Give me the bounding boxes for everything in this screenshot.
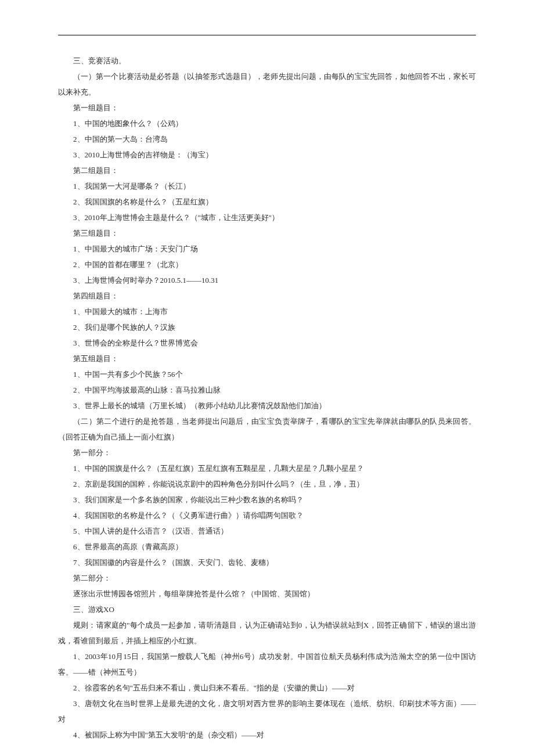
text-line: 逐张出示世博园各馆照片，每组举牌抢答是什么馆？（中国馆、英国馆） bbox=[58, 586, 476, 602]
text-line: 2、我们是哪个民族的人？汉族 bbox=[58, 319, 476, 335]
text-line: 第一部分： bbox=[58, 445, 476, 460]
text-line: 1、中国的国旗是什么？（五星红旗）五星红旗有五颗星星，几颗大星星？几颗小星星？ bbox=[58, 460, 476, 476]
document-page: 三、竞赛活动。（一）第一个比赛活动是必答题（以抽签形式选题目），老师先提出问题，… bbox=[0, 0, 534, 756]
text-line: 2、中国的首都在哪里？（北京） bbox=[58, 257, 476, 272]
text-line: 第五组题目： bbox=[58, 351, 476, 366]
text-line: 3、2010年上海世博会主题是什么？（"城市，让生活更美好"） bbox=[58, 210, 476, 225]
text-line: 第二组题目： bbox=[58, 163, 476, 178]
text-line: 1、我国第一大河是哪条？（长江） bbox=[58, 178, 476, 194]
text-line: 4、被国际上称为中国"第五大发明"的是（杂交稻）——对 bbox=[58, 727, 476, 743]
text-line: 3、世界上最长的城墙（万里长城）（教师小结幼儿比赛情况鼓励他们加油） bbox=[58, 398, 476, 413]
document-body: 三、竞赛活动。（一）第一个比赛活动是必答题（以抽签形式选题目），老师先提出问题，… bbox=[58, 53, 476, 743]
text-line: 2、中国的第一大岛：台湾岛 bbox=[58, 131, 476, 147]
top-divider bbox=[58, 35, 476, 35]
text-line: 1、2003年10月15日，我国第一艘载人飞船（神州6号）成功发射。中国首位航天… bbox=[58, 649, 476, 680]
text-line: 2、中国平均海拔最高的山脉：喜马拉雅山脉 bbox=[58, 382, 476, 398]
text-line: （一）第一个比赛活动是必答题（以抽签形式选题目），老师先提出问题，由每队的宝宝先… bbox=[58, 69, 476, 100]
text-line: （二）第二个进行的是抢答题，当老师提出问题后，由宝宝负责举牌子，看哪队的宝宝先举… bbox=[58, 413, 476, 445]
text-line: 第三组题目： bbox=[58, 225, 476, 241]
text-line: 第一组题目： bbox=[58, 100, 476, 116]
text-line: 4、我国国歌的名称是什么？（《义勇军进行曲》）请你唱两句国歌？ bbox=[58, 507, 476, 523]
text-line: 7、我国国徽的内容是什么？（国旗、天安门、齿轮、麦穗） bbox=[58, 555, 476, 570]
text-line: 3、上海世博会何时举办？2010.5.1——10.31 bbox=[58, 272, 476, 288]
text-line: 三、游戏XO bbox=[58, 602, 476, 617]
text-line: 2、我国国旗的名称是什么？（五星红旗） bbox=[58, 194, 476, 210]
text-line: 三、竞赛活动。 bbox=[58, 53, 476, 69]
text-line: 1、中国最大的城市：上海市 bbox=[58, 304, 476, 319]
text-line: 2、京剧是我国的国粹，你能说说京剧中的四种角色分别叫什么吗？（生，旦，净，丑） bbox=[58, 476, 476, 492]
text-line: 3、2010上海世博会的吉祥物是：（海宝） bbox=[58, 147, 476, 163]
text-line: 规则：请家庭的"每个成员一起参加，请听清题目，认为正确请站到0，认为错误就站到X… bbox=[58, 617, 476, 649]
text-line: 6、世界最高的高原（青藏高原） bbox=[58, 539, 476, 555]
text-line: 1、中国一共有多少个民族？56个 bbox=[58, 366, 476, 382]
text-line: 3、世博会的全称是什么？世界博览会 bbox=[58, 335, 476, 351]
text-line: 3、唐朝文化在当时世界上是最先进的文化，唐文明对西方世界的影响主要体现在（造纸、… bbox=[58, 696, 476, 727]
text-line: 第二部分： bbox=[58, 570, 476, 586]
text-line: 第四组题目： bbox=[58, 288, 476, 304]
text-line: 1、中国的地图象什么？（公鸡） bbox=[58, 116, 476, 131]
text-line: 3、我们国家是一个多名族的国家，你能说出三种少数名族的名称吗？ bbox=[58, 492, 476, 507]
text-line: 5、中国人讲的是什么语言？（汉语、普通话） bbox=[58, 523, 476, 539]
text-line: 1、中国最大的城市广场：天安门广场 bbox=[58, 241, 476, 257]
text-line: 2、徐霞客的名句"五岳归来不看山，黄山归来不看岳。"指的是（安徽的黄山）——对 bbox=[58, 680, 476, 696]
